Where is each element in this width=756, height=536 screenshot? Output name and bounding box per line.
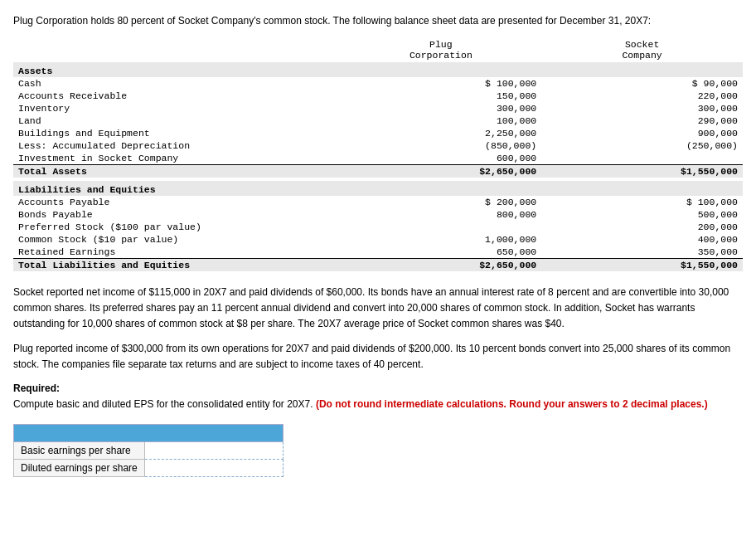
liabilities-label: Liabilities and Equities — [13, 181, 743, 196]
narrative-plug: Plug reported income of $300,000 from it… — [13, 341, 743, 373]
cash-label: Cash — [13, 77, 340, 90]
required-note: (Do not round intermediate calculations.… — [316, 398, 708, 410]
eps-table-wrapper: Basic earnings per share Diluted earning… — [13, 424, 743, 477]
header-label-col — [13, 38, 340, 62]
intro-text: Plug Corporation holds 80 percent of Soc… — [13, 15, 651, 27]
common-stock-socket: 400,000 — [541, 233, 743, 246]
required-text: Compute basic and diluted EPS for the co… — [13, 398, 313, 410]
common-stock-label: Common Stock ($10 par value) — [13, 233, 340, 246]
balance-sheet-table: PlugCorporation SocketCompany Assets Cas… — [13, 38, 743, 271]
table-row: Land 100,000 290,000 — [13, 115, 743, 127]
balance-sheet-section: PlugCorporation SocketCompany Assets Cas… — [13, 38, 743, 271]
inv-socket: 300,000 — [541, 102, 743, 115]
pref-stock-socket: 200,000 — [541, 221, 743, 233]
retained-earnings-label: Retained Earnings — [13, 246, 340, 259]
retained-earnings-socket: 350,000 — [541, 246, 743, 259]
inv-label: Inventory — [13, 102, 340, 115]
required-section: Required: Compute basic and diluted EPS … — [13, 381, 743, 412]
invest-label: Investment in Socket Company — [13, 152, 340, 165]
table-row: Cash $ 100,000 $ 90,000 — [13, 77, 743, 90]
ap-label: Accounts Payable — [13, 196, 340, 208]
total-assets-socket: $1,550,000 — [541, 165, 743, 178]
table-row: Accounts Payable $ 200,000 $ 100,000 — [13, 196, 743, 208]
basic-eps-input[interactable] — [144, 442, 283, 460]
intro-paragraph: Plug Corporation holds 80 percent of Soc… — [13, 13, 743, 28]
eps-header-cell — [14, 425, 284, 442]
table-row: Less: Accumulated Depreciation (850,000)… — [13, 139, 743, 152]
common-stock-plug: 1,000,000 — [340, 233, 541, 246]
table-row: Investment in Socket Company 600,000 — [13, 152, 743, 165]
eps-table: Basic earnings per share Diluted earning… — [13, 424, 284, 477]
bonds-label: Bonds Payable — [13, 208, 340, 221]
table-row: Buildings and Equipment 2,250,000 900,00… — [13, 127, 743, 139]
header-plug: PlugCorporation — [340, 38, 541, 62]
ap-socket: $ 100,000 — [541, 196, 743, 208]
land-plug: 100,000 — [340, 115, 541, 127]
table-row: Bonds Payable 800,000 500,000 — [13, 208, 743, 221]
bldg-socket: 900,000 — [541, 127, 743, 139]
accum-dep-plug: (850,000) — [340, 139, 541, 152]
invest-socket — [541, 152, 743, 165]
assets-label: Assets — [13, 62, 743, 77]
retained-earnings-plug: 650,000 — [340, 246, 541, 259]
inv-plug: 300,000 — [340, 102, 541, 115]
required-label: Required: — [13, 383, 60, 394]
eps-header-row — [14, 425, 284, 442]
land-label: Land — [13, 115, 340, 127]
total-assets-plug: $2,650,000 — [340, 165, 541, 178]
table-row: Inventory 300,000 300,000 — [13, 102, 743, 115]
bonds-plug: 800,000 — [340, 208, 541, 221]
pref-stock-plug — [340, 221, 541, 233]
eps-diluted-row: Diluted earnings per share — [14, 460, 284, 477]
bldg-label: Buildings and Equipment — [13, 127, 340, 139]
total-liab-socket: $1,550,000 — [541, 259, 743, 272]
table-header-row: PlugCorporation SocketCompany — [13, 38, 743, 62]
diluted-eps-input[interactable] — [144, 460, 283, 477]
ar-plug: 150,000 — [340, 90, 541, 102]
table-row: Accounts Receivable 150,000 220,000 — [13, 90, 743, 102]
cash-socket: $ 90,000 — [541, 77, 743, 90]
accum-dep-socket: (250,000) — [541, 139, 743, 152]
ap-plug: $ 200,000 — [340, 196, 541, 208]
narrative-socket: Socket reported net income of $115,000 i… — [13, 285, 743, 333]
basic-eps-field[interactable] — [152, 445, 276, 456]
cash-plug: $ 100,000 — [340, 77, 541, 90]
total-liab-label: Total Liabilities and Equities — [13, 259, 340, 272]
table-row: Common Stock ($10 par value) 1,000,000 4… — [13, 233, 743, 246]
pref-stock-label: Preferred Stock ($100 par value) — [13, 221, 340, 233]
table-row: Retained Earnings 650,000 350,000 — [13, 246, 743, 259]
diluted-eps-label: Diluted earnings per share — [14, 460, 145, 477]
narrative-socket-text: Socket reported net income of $115,000 i… — [13, 286, 729, 329]
basic-eps-label: Basic earnings per share — [14, 442, 145, 460]
liabilities-section-header: Liabilities and Equities — [13, 181, 743, 196]
assets-section-header: Assets — [13, 62, 743, 77]
bldg-plug: 2,250,000 — [340, 127, 541, 139]
ar-label: Accounts Receivable — [13, 90, 340, 102]
eps-basic-row: Basic earnings per share — [14, 442, 284, 460]
total-liab-plug: $2,650,000 — [340, 259, 541, 272]
total-assets-label: Total Assets — [13, 165, 340, 178]
invest-plug: 600,000 — [340, 152, 541, 165]
narrative-plug-text: Plug reported income of $300,000 from it… — [13, 343, 730, 370]
total-liab-row: Total Liabilities and Equities $2,650,00… — [13, 259, 743, 272]
land-socket: 290,000 — [541, 115, 743, 127]
accum-dep-label: Less: Accumulated Depreciation — [13, 139, 340, 152]
table-row: Preferred Stock ($100 par value) 200,000 — [13, 221, 743, 233]
ar-socket: 220,000 — [541, 90, 743, 102]
total-assets-row: Total Assets $2,650,000 $1,550,000 — [13, 165, 743, 178]
bonds-socket: 500,000 — [541, 208, 743, 221]
diluted-eps-field[interactable] — [152, 462, 276, 474]
header-socket: SocketCompany — [541, 38, 743, 62]
